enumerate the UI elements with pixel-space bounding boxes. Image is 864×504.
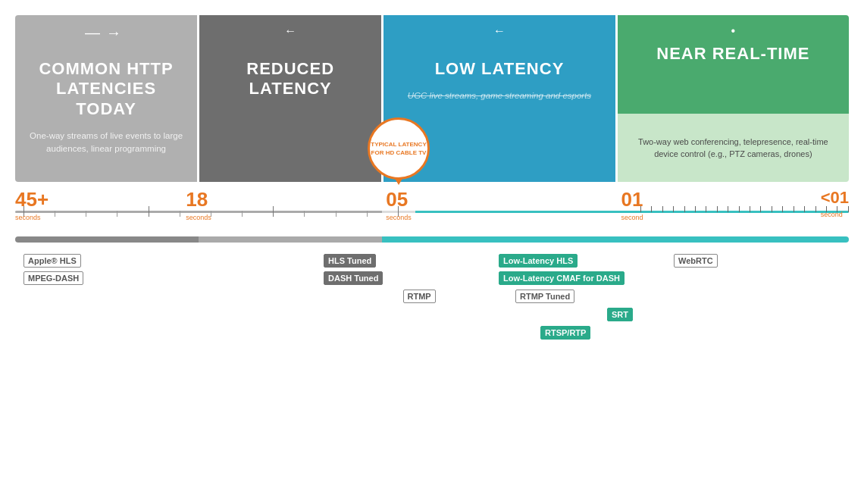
protocol-apple-hls: Apple® HLS [23, 254, 81, 268]
block-low-subtitle: UGC live streams, game streaming and esp… [408, 89, 591, 102]
ticks-right [640, 206, 849, 212]
protocols-section: Apple® HLS MPEG-DASH HLS Tuned DASH Tune… [15, 250, 849, 368]
protocol-srt: SRT [607, 308, 633, 321]
timeline-label-18: 18 seconds [186, 189, 211, 223]
protocol-bar [15, 236, 849, 243]
protocol-rtsp-rtp: RTSP/RTP [540, 326, 590, 340]
timeline-section: 45+ seconds 18 seconds 05 seconds 01 sec… [15, 189, 849, 233]
block-near-bottom-text: Two-way web conferencing, telepresence, … [629, 136, 837, 161]
timeline-label-01: 01 second [621, 189, 643, 223]
block-near-top: • NEAR REAL-TIME [618, 15, 849, 114]
protocol-dash-tuned: DASH Tuned [324, 271, 383, 285]
block-near: • NEAR REAL-TIME Two-way web conferencin… [618, 15, 849, 182]
timeline-label-05: 05 seconds [386, 189, 412, 223]
timeline-label-45: 45+ seconds [15, 189, 49, 223]
block-near-bottom: Two-way web conferencing, telepresence, … [618, 114, 849, 182]
protocol-hls-tuned: HLS Tuned [324, 254, 376, 268]
latency-circle: TYPICAL LATENCY FOR HD CABLE TV [368, 117, 430, 180]
protocol-rtmp: RTMP [403, 290, 436, 303]
protocol-ll-hls: Low-Latency HLS [499, 254, 578, 268]
block-common-subtitle: One-way streams of live events to large … [27, 130, 186, 156]
top-section: —→ COMMON HTTP LATENCIES TODAY One-way s… [15, 15, 849, 182]
protocol-mpeg-dash: MPEG-DASH [23, 271, 83, 285]
block-common: —→ COMMON HTTP LATENCIES TODAY One-way s… [15, 15, 197, 182]
block-reduced: ← REDUCED LATENCY [199, 15, 381, 182]
block-near-title: NEAR REAL-TIME [656, 44, 809, 64]
protocol-webrtc: WebRTC [674, 254, 718, 268]
timeline-label-sub01: <01 second [821, 189, 849, 220]
latency-circle-text: TYPICAL LATENCY FOR HD CABLE TV [370, 140, 427, 157]
block-low-title: LOW LATENCY [435, 59, 565, 79]
block-reduced-title: REDUCED LATENCY [211, 59, 370, 99]
protocol-bar-section [15, 236, 849, 244]
protocol-rtmp-tuned: RTMP Tuned [515, 290, 574, 303]
main-container: —→ COMMON HTTP LATENCIES TODAY One-way s… [0, 0, 864, 504]
protocol-ll-cmaf: Low-Latency CMAF for DASH [499, 271, 625, 285]
block-common-title: COMMON HTTP LATENCIES TODAY [27, 59, 186, 119]
